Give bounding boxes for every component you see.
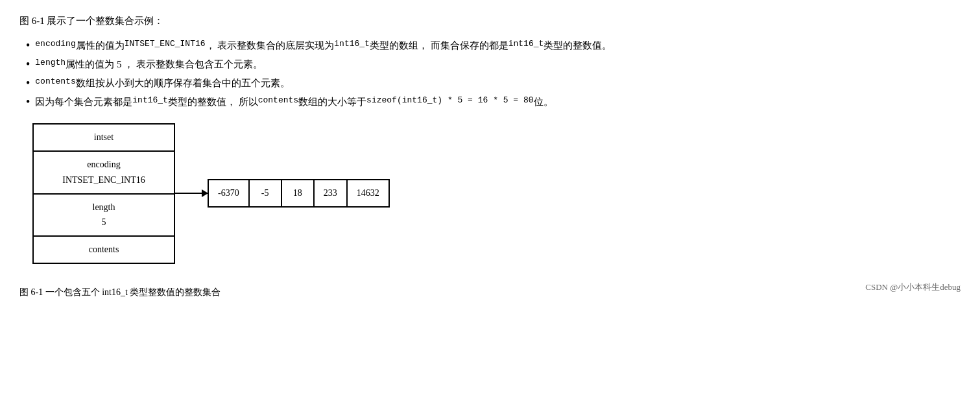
inline-code: length [35, 56, 66, 70]
length-value: 5 [102, 217, 106, 227]
inline-text: 数组的大小等于 [298, 94, 366, 110]
encoding-row: encoding INTSET_ENC_INT16 [34, 152, 174, 195]
inline-text: ， 表示整数集合的底层实现为 [206, 38, 335, 53]
inline-code: int16_t [508, 38, 544, 51]
array-cell-4: 14632 [348, 180, 388, 206]
array-cell-3: 233 [315, 180, 348, 206]
inline-code: sizeof(int16_t) * 5 = 16 * 5 = 80 [366, 94, 533, 108]
array-cell-0: -6370 [209, 180, 250, 206]
array-cell-1: -5 [250, 180, 282, 206]
inline-text: 类型的数组， 而集合保存的都是 [370, 38, 508, 53]
encoding-label: encoding [87, 160, 120, 169]
watermark: CSDN @小小本科生debug [865, 280, 961, 294]
inline-text: 类型的整数值， 所以 [168, 94, 258, 110]
inline-code: contents [258, 94, 298, 108]
bullet-item-2: contents 数组按从小到大的顺序保存着集合中的五个元素。 [26, 75, 961, 91]
inline-code: int16_t [132, 94, 168, 108]
length-label: length [93, 202, 115, 212]
arrow-and-array: -6370 -5 18 233 14632 [175, 179, 390, 208]
encoding-value: INTSET_ENC_INT16 [62, 175, 145, 185]
length-row: length 5 [34, 195, 174, 237]
inline-code: encoding [35, 38, 75, 51]
inline-text: 因为每个集合元素都是 [35, 94, 132, 110]
arrow-icon [175, 193, 208, 194]
intset-title-row: intset [34, 125, 174, 152]
inline-text: 类型的整数值。 [544, 38, 612, 53]
inline-code: int16_t [334, 38, 370, 51]
contents-label: contents [89, 244, 119, 254]
inline-text: 属性的值为 5 ， 表示整数集合包含五个元素。 [66, 56, 263, 72]
caption-area: 图 6-1 一个包含五个 int16_t 类型整数值的整数集合 CSDN @小小… [19, 274, 961, 300]
inline-code: contents [35, 75, 75, 89]
bullet-list: encoding 属性的值为 INTSET_ENC_INT16， 表示整数集合的… [19, 38, 961, 111]
bullet-item-3: 因为每个集合元素都是 int16_t 类型的整数值， 所以 contents 数… [26, 94, 961, 110]
inline-code: INTSET_ENC_INT16 [125, 38, 206, 51]
intset-box: intset encoding INTSET_ENC_INT16 length … [32, 123, 175, 264]
inline-text: 属性的值为 [76, 38, 125, 53]
array-cell-2: 18 [282, 180, 315, 206]
intset-title: intset [94, 132, 114, 142]
bullet-item-1: length 属性的值为 5 ， 表示整数集合包含五个元素。 [26, 56, 961, 73]
diagram: intset encoding INTSET_ENC_INT16 length … [32, 123, 961, 264]
figure-title: 图 6-1 展示了一个整数集合示例： [19, 13, 961, 30]
inline-text: 位。 [534, 94, 553, 110]
contents-array: -6370 -5 18 233 14632 [208, 179, 390, 208]
inline-text: 数组按从小到大的顺序保存着集合中的五个元素。 [76, 75, 290, 91]
bullet-item-0: encoding 属性的值为 INTSET_ENC_INT16， 表示整数集合的… [26, 38, 961, 54]
figure-caption: 图 6-1 一个包含五个 int16_t 类型整数值的整数集合 [19, 285, 221, 300]
contents-row: contents [34, 237, 174, 263]
